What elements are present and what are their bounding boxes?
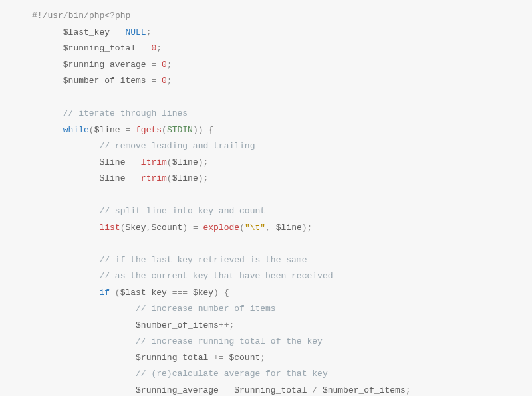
token-op: = <box>136 43 151 53</box>
token-punc: ; <box>260 353 265 363</box>
token-punc: ) <box>213 288 219 298</box>
token-op: = <box>188 223 203 233</box>
token-punc: ( <box>167 173 172 183</box>
token-punc: ) <box>302 223 307 233</box>
token-func: rtrim <box>141 173 167 183</box>
token-func: ltrim <box>141 157 167 167</box>
token-op: = <box>146 76 162 86</box>
token-op: = <box>120 125 136 135</box>
token-var: $running_average <box>63 60 146 70</box>
token-var: $number_of_items <box>323 385 406 395</box>
token-php: bin <box>68 11 84 21</box>
token-var: $line <box>94 125 120 135</box>
token-var: $line <box>276 223 302 233</box>
code-line: $line = rtrim($line); <box>32 171 519 187</box>
token-num: 0 <box>162 76 167 86</box>
token-op: ! <box>37 11 43 21</box>
code-line: // if the last key retrieved is the same <box>32 252 519 269</box>
token-punc: ( <box>110 288 120 298</box>
token-punc: / <box>84 11 89 21</box>
token-var: $last_key <box>63 27 110 37</box>
token-comment: // split line into key and count <box>99 206 265 216</box>
token-punc: ; <box>156 43 162 53</box>
token-punc: <? <box>104 11 115 21</box>
token-var: $running_average <box>136 385 219 395</box>
token-op: += <box>208 353 229 363</box>
code-line: $last_key = NULL; <box>32 25 519 41</box>
code-line <box>32 187 519 204</box>
token-var: $running_total <box>136 353 208 363</box>
token-punc: ) <box>193 125 198 135</box>
token-comment: // remove leading and trailing <box>99 141 255 151</box>
token-punc: ) <box>182 223 188 233</box>
code-line: // split line into key and count <box>32 203 519 220</box>
code-line: if ($last_key === $key) { <box>32 285 519 302</box>
token-punc: { <box>203 125 214 135</box>
code-line: $running_average = $running_total / $num… <box>32 383 519 397</box>
code-line: while($line = fgets(STDIN)) { <box>32 122 519 139</box>
token-punc: ; <box>203 173 209 183</box>
token-comment: // (re)calculate average for that key <box>136 369 328 379</box>
token-var: $line <box>99 173 125 183</box>
code-line: // remove leading and trailing <box>32 138 519 155</box>
token-op: === <box>167 288 193 298</box>
token-op: = <box>125 173 140 183</box>
token-var: $line <box>172 157 198 167</box>
token-punc: ; <box>146 27 152 37</box>
code-line: list($key,$count) = explode("\t", $line)… <box>32 220 519 237</box>
token-punc: , <box>265 223 276 233</box>
token-punc: ; <box>229 320 234 330</box>
token-func: explode <box>203 223 240 233</box>
token-key: NULL <box>125 27 146 37</box>
token-var: $running_total <box>63 43 136 53</box>
code-line: // increase number of items <box>32 301 519 318</box>
token-op: = <box>110 27 125 37</box>
code-line: // as the current key that have been rec… <box>32 268 519 285</box>
code-line: $number_of_items = 0; <box>32 73 519 90</box>
token-var: $number_of_items <box>63 76 146 86</box>
code-block: #!/usr/bin/php<?php $last_key = NULL; $r… <box>0 0 532 396</box>
token-key: if <box>99 288 110 298</box>
token-op: = <box>125 157 140 167</box>
token-punc: { <box>219 288 229 298</box>
token-punc: ( <box>167 157 172 167</box>
token-op: = <box>219 385 234 395</box>
token-op: = <box>146 60 162 70</box>
code-line: // (re)calculate average for that key <box>32 366 519 383</box>
code-line: $running_average = 0; <box>32 57 519 74</box>
token-comment: // iterate through lines <box>63 108 188 118</box>
token-comment: // increase number of items <box>136 304 276 314</box>
code-line: // iterate through lines <box>32 106 519 122</box>
token-punc: ; <box>203 157 209 167</box>
token-op <box>32 239 37 248</box>
code-line: // increase running total of the key <box>32 334 519 350</box>
token-func: list <box>99 223 120 233</box>
token-php: php <box>115 11 130 21</box>
token-punc: ) <box>198 173 203 183</box>
token-const: STDIN <box>167 125 193 135</box>
token-comment: // increase running total of the key <box>136 336 323 346</box>
token-var: $count <box>229 353 260 363</box>
token-punc: ; <box>167 60 172 70</box>
token-op <box>32 190 37 200</box>
token-op: ++ <box>219 320 229 330</box>
token-str: "\t" <box>245 223 265 233</box>
code-line: $running_total += $count; <box>32 350 519 367</box>
token-key: while <box>63 125 89 135</box>
token-op <box>32 92 37 102</box>
token-punc: ( <box>162 125 167 135</box>
token-punc: ; <box>307 223 313 233</box>
token-var: $count <box>151 223 182 233</box>
token-punc: ( <box>239 223 245 233</box>
token-var: $line <box>99 157 125 167</box>
token-punc: ) <box>198 157 203 167</box>
code-line: $number_of_items++; <box>32 318 519 334</box>
token-var: $number_of_items <box>136 320 219 330</box>
token-punc: / <box>63 11 68 21</box>
token-php: usr <box>47 11 63 21</box>
code-line <box>32 236 519 252</box>
token-punc: ; <box>406 385 411 395</box>
token-func: fgets <box>136 125 162 135</box>
token-var: $last_key <box>120 288 167 298</box>
token-comment: // if the last key retrieved is the same <box>99 255 307 265</box>
